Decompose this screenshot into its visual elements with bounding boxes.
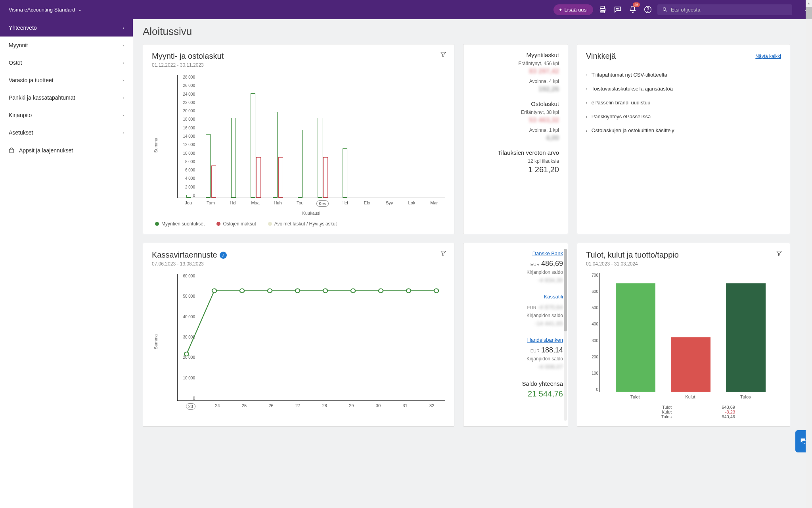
svg-point-8: [663, 8, 666, 10]
sidebar: Yhteenveto›Myynnit›Ostot›Varasto ja tuot…: [0, 19, 133, 508]
sidebar-apps-extensions[interactable]: Appsit ja laajennukset: [0, 141, 133, 160]
sidebar-item-ostot[interactable]: Ostot›: [0, 54, 133, 71]
filter-icon[interactable]: [440, 250, 447, 257]
chevron-right-icon: ›: [586, 73, 588, 77]
svg-point-10: [184, 352, 189, 356]
bar-tulot: [616, 283, 655, 392]
purch-overdue-count: Erääntynyt, 38 kpl: [472, 110, 559, 115]
sidebar-item-pankki-ja-kassatapahtumat[interactable]: Pankki ja kassatapahtumat›: [0, 89, 133, 106]
chevron-right-icon: ›: [586, 87, 588, 91]
svg-rect-2: [601, 11, 604, 13]
sales-open-amount: 192,26: [472, 85, 559, 93]
svg-point-16: [351, 289, 355, 293]
bank-balance: 188,14: [541, 346, 563, 354]
chevron-right-icon: ›: [123, 60, 124, 65]
page-scrollbar[interactable]: ▲: [806, 0, 812, 508]
purchase-invoices-heading: Ostolaskut: [472, 100, 559, 107]
bank-accounts-card: Danske Bank EUR486,69 Kirjanpidon saldo …: [463, 243, 568, 427]
sales-overdue-count: Erääntynyt, 456 kpl: [472, 61, 559, 66]
total-balance-value: 21 544,76: [472, 389, 563, 398]
print-icon[interactable]: [597, 4, 608, 15]
sidebar-item-label: Pankki ja kassatapahtumat: [9, 94, 75, 101]
x-tick: Tou: [289, 198, 311, 207]
card-title: Tulot, kulut ja tuotto/tappio: [586, 250, 781, 260]
orders-heading: Tilauksien veroton arvo: [472, 149, 559, 156]
tips-title: Vinkkejä: [586, 52, 616, 61]
x-tick: 28: [311, 401, 338, 410]
notification-badge: 25: [633, 2, 640, 7]
tip-item[interactable]: ›Pankkiyhteys ePasselissa: [586, 110, 781, 123]
tip-item[interactable]: ›Toistuvaislaskutuksella ajansäästöä: [586, 82, 781, 96]
cashflow-chart: Summa 60 00050 00040 00030 00020 00010 0…: [152, 274, 445, 410]
x-tick: 31: [392, 401, 419, 410]
svg-point-12: [240, 289, 244, 293]
app-header: Visma eAccounting Standard ⌄ + Lisää uus…: [0, 0, 812, 19]
tips-show-all-link[interactable]: Näytä kaikki: [755, 54, 781, 59]
tip-item[interactable]: ›Ostolaskujen ja ostokuittien käsittely: [586, 123, 781, 137]
sidebar-item-label: Varasto ja tuotteet: [9, 77, 54, 83]
filter-icon[interactable]: [440, 51, 447, 58]
x-tick: Kes: [311, 198, 333, 207]
purch-open-amount: 4,00: [472, 134, 559, 142]
sales-purchase-invoices-card: Myynti- ja ostolaskut 01.12.2022 - 30.11…: [143, 44, 454, 234]
legend-open: Avoimet laskut / Hyvityslaskut: [268, 221, 337, 227]
add-new-label: Lisää uusi: [564, 7, 588, 13]
tip-text: ePasselin brändi uudistuu: [592, 100, 651, 106]
chevron-right-icon: ›: [123, 25, 124, 30]
y-axis-label: Summa: [152, 138, 158, 153]
bar-tulos: [726, 283, 766, 392]
svg-point-11: [212, 289, 216, 293]
filter-icon[interactable]: [776, 250, 783, 257]
bank-bookkeeping-label: Kirjanpidon saldo: [472, 313, 563, 318]
y-axis-label: Summa: [152, 334, 158, 349]
info-icon[interactable]: i: [220, 252, 227, 259]
sidebar-item-varasto-ja-tuotteet[interactable]: Varasto ja tuotteet›: [0, 71, 133, 89]
sidebar-apps-label: Appsit ja laajennukset: [19, 147, 73, 154]
tip-item[interactable]: ›Tilitapahtumat nyt CSV-tiliotteelta: [586, 68, 781, 82]
bank-balance: 486,69: [541, 260, 563, 267]
legend-sales: Myyntien suoritukset: [155, 221, 205, 227]
help-icon[interactable]: [642, 4, 653, 15]
bank-link[interactable]: Danske Bank: [472, 250, 563, 256]
x-tick: Huh: [266, 198, 289, 207]
orders-count: 12 kpl tilauksia: [472, 158, 559, 164]
card-date-range: 07.06.2023 - 13.08.2023: [152, 261, 445, 267]
tips-card: Vinkkejä Näytä kaikki ›Tilitapahtumat ny…: [577, 44, 790, 234]
x-tick: Mar: [423, 198, 445, 207]
header-actions: + Lisää uusi 25 Etsi ohjeesta ⌄: [553, 4, 807, 15]
sidebar-item-kirjanpito[interactable]: Kirjanpito›: [0, 106, 133, 124]
sidebar-item-yhteenveto[interactable]: Yhteenveto›: [0, 19, 133, 37]
purch-open-count: Avoinna, 1 kpl: [472, 127, 559, 133]
tip-item[interactable]: ›ePasselin brändi uudistuu: [586, 96, 781, 110]
svg-point-19: [434, 289, 439, 293]
card-title: Kassavirtaennuste: [152, 250, 217, 260]
bank-link[interactable]: Kassatili: [472, 294, 563, 300]
scrollbar[interactable]: [564, 249, 567, 421]
sidebar-item-asetukset[interactable]: Asetukset›: [0, 124, 133, 141]
sidebar-item-label: Yhteenveto: [9, 25, 37, 31]
search-placeholder: Etsi ohjeesta: [671, 7, 700, 13]
notification-bell-icon[interactable]: 25: [627, 4, 638, 15]
legend-purchases: Ostojen maksut: [216, 221, 256, 227]
bag-icon: [8, 147, 15, 154]
sidebar-item-label: Kirjanpito: [9, 112, 32, 118]
add-new-button[interactable]: + Lisää uusi: [553, 4, 593, 15]
help-search-input[interactable]: Etsi ohjeesta: [657, 4, 792, 15]
x-tick: Hel: [222, 198, 244, 207]
sidebar-item-myynnit[interactable]: Myynnit›: [0, 37, 133, 54]
sidebar-item-label: Asetukset: [9, 129, 33, 136]
x-tick: 32: [418, 401, 445, 410]
sidebar-item-label: Ostot: [9, 60, 22, 66]
scroll-up-arrow[interactable]: ▲: [806, 0, 812, 6]
chat-icon[interactable]: [612, 4, 623, 15]
sales-invoices-heading: Myyntilaskut: [472, 52, 559, 58]
bank-link[interactable]: Handelsbanken: [472, 337, 563, 343]
svg-point-3: [617, 8, 617, 9]
x-tick: Tulot: [615, 394, 655, 399]
x-axis-label: Kuukausi: [177, 211, 445, 216]
product-selector[interactable]: Visma eAccounting Standard ⌄: [5, 4, 132, 15]
sales-overdue-amount: 83 297,42: [472, 67, 559, 75]
pl-chart: 7006005004003002001000 Tulot Kulut Tulos…: [586, 273, 781, 419]
bank-bookkeeping-balance: -4 008,07: [472, 363, 563, 370]
bank-bookkeeping-balance: -4 834,30: [472, 277, 563, 283]
